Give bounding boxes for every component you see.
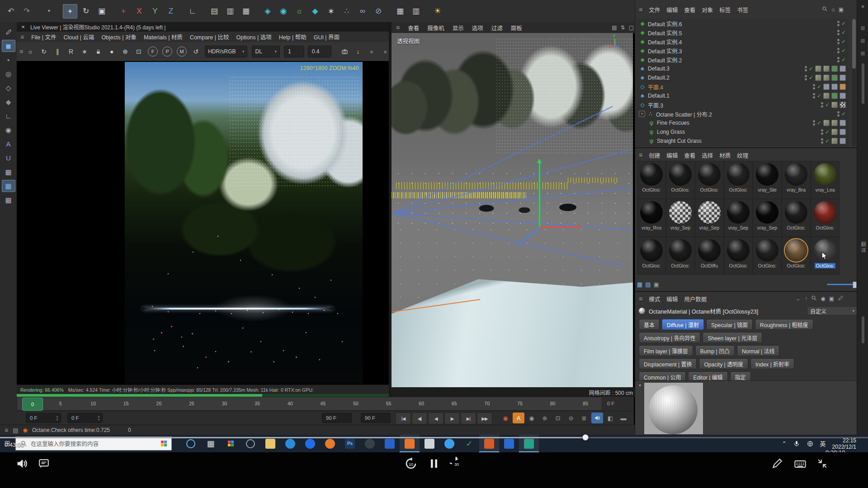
strip-button[interactable] [861, 52, 865, 56]
imager-settings-icon[interactable]: M [177, 47, 187, 56]
enabled-check-icon[interactable]: ✓ [809, 75, 813, 81]
viewport-menu-item[interactable]: 摄像机 [427, 23, 444, 32]
annotate-pen-icon[interactable] [771, 458, 783, 469]
scale-tool-icon[interactable]: ▣ [94, 4, 109, 19]
menu-icon[interactable]: ≡ [20, 33, 24, 41]
camera-grid-icon[interactable]: ▥ [409, 4, 423, 19]
coord-system-icon[interactable]: ∟ [185, 4, 200, 19]
material-thumb[interactable]: vray_Sep [724, 199, 753, 237]
enabled-check-icon[interactable]: ✓ [841, 56, 846, 63]
player-progress-knob[interactable] [582, 434, 589, 441]
material-manager-menu-item[interactable]: 查看 [684, 151, 695, 160]
attribute-tab[interactable]: Normal | 法线 [737, 345, 779, 356]
viewport-3d-scene[interactable]: Y 透视视图 [392, 33, 633, 387]
visibility-dots[interactable] [837, 111, 840, 117]
volume-icon[interactable] [15, 457, 28, 470]
tag-tag-chip[interactable] [840, 138, 846, 144]
enabled-check-icon[interactable]: ✓ [841, 20, 846, 27]
search-icon[interactable] [811, 295, 817, 302]
viewport-menu-item[interactable]: 显示 [453, 23, 464, 32]
octane-settings-icon[interactable]: ∗ [324, 4, 338, 19]
octane-pick-icon[interactable]: ◉ [276, 4, 291, 19]
live-viewer-titlebar[interactable]: × Live Viewer | 渲染视图Studio 2021.1.4-(R4)… [17, 22, 392, 32]
attribute-tab[interactable]: 基本 [639, 319, 660, 330]
menu-icon[interactable]: ≡ [396, 24, 400, 31]
material-thumb[interactable]: OctGlos: [782, 237, 811, 275]
live-viewer-menu-item[interactable]: Objects | 对象 [101, 33, 137, 41]
tex-tag-chip[interactable] [831, 129, 838, 135]
sound-icon[interactable] [591, 413, 603, 423]
render-settings-icon[interactable]: ▦ [239, 4, 253, 19]
viewport-layout-icon[interactable]: ▤ [612, 24, 617, 31]
object-manager-menu-item[interactable]: 标签 [719, 5, 731, 14]
pause-render-icon[interactable]: ∥ [51, 45, 64, 58]
material-thumb[interactable]: vray_Lea [811, 161, 840, 199]
material-thumb[interactable]: OctGlos: [637, 161, 666, 199]
workplane-c-icon[interactable]: ▦ [2, 194, 15, 206]
material-thumb[interactable]: OctGlos: [782, 199, 811, 237]
viewport-swap-icon[interactable]: ⇅ [621, 24, 625, 31]
key-scale-icon[interactable]: ⊡ [552, 413, 564, 423]
menu-icon[interactable]: ≡ [5, 427, 8, 434]
material-thumb[interactable]: vray_Sep [753, 199, 782, 237]
visibility-dots[interactable] [813, 93, 815, 99]
solo-icon[interactable]: ◧ [604, 413, 616, 423]
menu-icon[interactable]: ≡ [639, 6, 642, 13]
attribute-manager-menu-item[interactable]: 模式 [649, 295, 660, 303]
expand-icon[interactable]: + [639, 111, 645, 117]
enabled-check-icon[interactable]: ✓ [825, 129, 830, 135]
gizmo-y-arrow[interactable] [537, 159, 542, 163]
autokey-icon[interactable]: A [513, 413, 524, 423]
focus-picker-icon[interactable]: ⊕ [119, 45, 132, 58]
tag-tag-chip[interactable] [840, 120, 846, 126]
visibility-dots[interactable] [821, 129, 823, 135]
keyframe-icon[interactable]: ◉ [526, 413, 538, 423]
key-rotation-icon[interactable]: ⊘ [565, 413, 577, 423]
object-row[interactable]: ψFine Fescues✓ [636, 118, 849, 127]
workplane-b-icon[interactable]: ▦ [2, 180, 15, 192]
material-thumb[interactable]: OctGlos: [637, 237, 666, 275]
live-viewer-menu-item[interactable]: Help | 帮助 [279, 33, 307, 41]
texture-mode-icon[interactable]: ▪ [2, 54, 15, 66]
material-manager-menu-item[interactable]: 选择 [702, 151, 713, 160]
workplane-mode-icon[interactable]: ◎ [2, 68, 15, 80]
menu-icon[interactable]: ≡ [19, 48, 23, 55]
grid-tag-chip[interactable] [831, 66, 838, 72]
grid-tag-chip[interactable] [831, 93, 838, 99]
edges-mode-icon[interactable]: ◆ [2, 96, 15, 108]
visibility-dots[interactable] [805, 66, 807, 71]
prev-key-icon[interactable]: ◀| [412, 413, 427, 424]
material-thumb[interactable]: vray_Ros [637, 199, 666, 237]
tex-tag-chip[interactable] [823, 75, 830, 81]
window-icon[interactable]: ▣ [829, 296, 834, 302]
attribute-tab[interactable]: Index | 折射率 [750, 358, 794, 369]
lock-resolution-icon[interactable] [92, 45, 104, 58]
back-arrow-icon[interactable]: ← [796, 296, 801, 302]
material-thumb[interactable]: vray_Bra [782, 161, 811, 199]
material-thumb[interactable]: OctGlos: [695, 161, 724, 199]
taskbar-clock[interactable]: 22:15 2022/12/1 [832, 437, 856, 450]
tex-tag-chip[interactable] [823, 93, 830, 99]
vertical-tab-label[interactable]: 翻译 [859, 242, 867, 253]
material-thumb[interactable]: OctDiffu [695, 237, 724, 275]
enabled-check-icon[interactable]: ✓ [841, 111, 846, 117]
gizmo-x-arrow[interactable] [577, 225, 581, 229]
enabled-check-icon[interactable]: ✓ [841, 38, 846, 45]
menu-icon[interactable]: ≡ [639, 295, 642, 302]
material-thumb[interactable]: vray_Ste [753, 161, 782, 199]
material-thumb[interactable]: OctGlos: [724, 161, 753, 199]
render-kernel-icon[interactable]: ∗ [78, 45, 91, 58]
material-thumb[interactable]: OctGlos: [666, 161, 695, 199]
pause-icon[interactable] [428, 457, 440, 470]
slider-handle[interactable] [853, 282, 857, 288]
strip-button[interactable] [861, 26, 865, 30]
enabled-check-icon[interactable]: ✓ [841, 47, 846, 54]
thumbnail-size-slider[interactable] [827, 284, 856, 285]
gizmo-x-axis[interactable] [539, 226, 578, 228]
last-tool-icon[interactable]: + [116, 4, 131, 19]
undo-icon[interactable]: ↶ [4, 4, 18, 19]
material-list-icon[interactable]: ▤ [645, 281, 651, 288]
highlights-icon[interactable] [161, 441, 167, 446]
material-thumb[interactable]: OctGlos: [666, 237, 695, 275]
object-row[interactable]: ◈Default 实例.4✓ [636, 37, 849, 46]
